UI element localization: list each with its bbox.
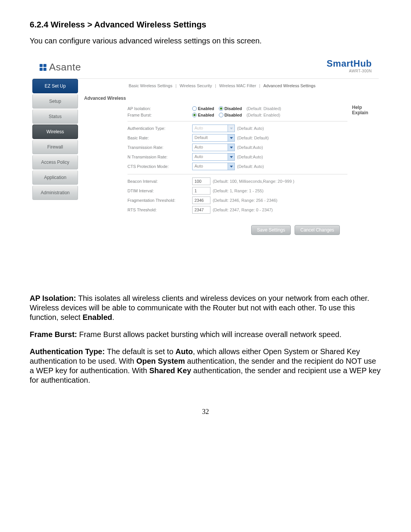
select-auth-type[interactable]: Auto bbox=[192, 125, 235, 132]
desc-fb-bold: Frame Burst: bbox=[30, 330, 79, 339]
label-dtim: DTIM Interval: bbox=[127, 189, 192, 193]
select-cts-mode[interactable]: Auto bbox=[192, 163, 235, 170]
help-title: Help bbox=[352, 105, 379, 110]
radio-label: Enabled bbox=[198, 113, 214, 117]
hint-auth-type: (Default: Auto) bbox=[237, 126, 264, 131]
row-frame-burst: Frame Burst: Enabled Disabled bbox=[127, 113, 347, 117]
label-cts-mode: CTS Protection Mode: bbox=[127, 164, 192, 169]
radio-icon bbox=[219, 106, 223, 111]
desc-auth-d: Open System bbox=[136, 357, 185, 365]
hint-dtim: (Default: 1, Range: 1 - 255) bbox=[213, 189, 263, 193]
chevron-down-icon bbox=[228, 163, 234, 170]
hint-tx-rate: (Default:Auto) bbox=[237, 145, 263, 150]
radio-icon bbox=[219, 113, 223, 117]
separator bbox=[127, 121, 347, 121]
select-n-tx-rate[interactable]: Auto bbox=[192, 153, 235, 161]
row-frag: Fragmentation Threshold: 2346 (Default: … bbox=[127, 197, 347, 204]
panel-section-title: Advanced Wireless bbox=[84, 96, 347, 101]
chevron-down-icon bbox=[228, 134, 234, 141]
desc-fb-text: Frame Burst allows packet bursting which… bbox=[79, 330, 341, 339]
select-basic-rate[interactable]: Default bbox=[192, 134, 235, 142]
row-basic-rate: Basic Rate: Default (Default: Default) bbox=[127, 134, 347, 142]
description-block: AP Isolation: This isolates all wireless… bbox=[30, 294, 381, 385]
label-beacon: Beacon Interval: bbox=[127, 179, 192, 184]
subnav-advanced[interactable]: Advanced Wireless Settings bbox=[262, 83, 317, 88]
hint-beacon: (Default: 100, Milliseconds,Range: 20~99… bbox=[213, 179, 294, 184]
row-ap-isolation: AP Isolation: Enabled Disabled bbox=[127, 106, 347, 111]
hint-basic-rate: (Default: Default) bbox=[237, 136, 269, 140]
input-rts[interactable]: 2347 bbox=[192, 206, 210, 214]
intro-text: You can configure various advanced wirel… bbox=[30, 37, 381, 45]
radio-ap-isolation-disabled[interactable]: Disabled bbox=[219, 106, 242, 111]
product-model: AWRT-300N bbox=[327, 69, 372, 73]
select-value: Auto bbox=[193, 163, 228, 170]
radio-frame-burst-enabled[interactable]: Enabled bbox=[192, 113, 214, 117]
desc-ap-text-a: This isolates all wireless clients and w… bbox=[30, 294, 369, 321]
chevron-down-icon bbox=[228, 153, 234, 160]
product-name: SmartHub bbox=[327, 58, 372, 69]
brand-logo-icon bbox=[39, 64, 47, 71]
select-value: Auto bbox=[193, 144, 228, 151]
cancel-button[interactable]: Cancel Changes bbox=[295, 225, 340, 235]
router-header: Asante SmartHub AWRT-300N bbox=[32, 56, 379, 78]
desc-auth-a: The default is set to bbox=[107, 347, 175, 356]
router-panel: Asante SmartHub AWRT-300N EZ Set Up Setu… bbox=[32, 56, 379, 244]
select-value: Auto bbox=[193, 125, 228, 132]
desc-ap-bold: AP Isolation: bbox=[30, 294, 78, 302]
desc-auth-b: Auto bbox=[175, 347, 193, 356]
sidebar-item-application[interactable]: Application bbox=[32, 170, 78, 185]
row-auth-type: Authentication Type: Auto (Default: Auto… bbox=[127, 125, 347, 132]
sidebar-item-ez-setup[interactable]: EZ Set Up bbox=[32, 79, 78, 93]
subnav-security[interactable]: Wireless Security bbox=[178, 83, 213, 88]
label-auth-type: Authentication Type: bbox=[127, 126, 192, 131]
radio-label: Enabled bbox=[198, 106, 214, 111]
subnav-sep: | bbox=[214, 83, 217, 88]
select-tx-rate[interactable]: Auto bbox=[192, 144, 235, 151]
save-button[interactable]: Save Settings bbox=[251, 225, 291, 235]
row-beacon: Beacon Interval: 100 (Default: 100, Mill… bbox=[127, 177, 347, 185]
section-heading: 6.2.4 Wireless > Advanced Wireless Setti… bbox=[30, 20, 381, 30]
radio-icon bbox=[192, 113, 197, 117]
desc-ap-enabled: Enabled bbox=[83, 313, 112, 321]
radio-ap-isolation-enabled[interactable]: Enabled bbox=[192, 106, 214, 111]
label-frag: Fragmentation Threshold: bbox=[127, 198, 192, 203]
radio-frame-burst-disabled[interactable]: Disabled bbox=[219, 113, 242, 117]
hint-cts-mode: (Default: Auto) bbox=[237, 164, 264, 169]
chevron-down-icon bbox=[228, 144, 234, 151]
label-n-tx-rate: N Transmission Rate: bbox=[127, 155, 192, 159]
sidebar-item-access-policy[interactable]: Access Policy bbox=[32, 155, 78, 169]
row-tx-rate: Transmission Rate: Auto (Default:Auto) bbox=[127, 144, 347, 151]
sidebar: EZ Set Up Setup Status Wireless Firewall… bbox=[32, 79, 78, 244]
sidebar-item-status[interactable]: Status bbox=[32, 109, 78, 124]
subnav: Basic Wireless Settings | Wireless Secur… bbox=[127, 83, 347, 88]
sidebar-item-administration[interactable]: Administration bbox=[32, 185, 78, 200]
desc-ap-text-c: . bbox=[112, 313, 115, 321]
subnav-basic[interactable]: Basic Wireless Settings bbox=[127, 83, 174, 88]
sidebar-item-wireless[interactable]: Wireless bbox=[32, 125, 78, 139]
brand-name: Asante bbox=[49, 61, 81, 73]
sidebar-item-setup[interactable]: Setup bbox=[32, 94, 78, 109]
chevron-down-icon bbox=[228, 125, 234, 132]
subnav-sep: | bbox=[175, 83, 177, 88]
row-rts: RTS Threshold: 2347 (Default: 2347, Rang… bbox=[127, 206, 347, 214]
row-cts-mode: CTS Protection Mode: Auto (Default: Auto… bbox=[127, 163, 347, 170]
label-basic-rate: Basic Rate: bbox=[127, 136, 192, 140]
input-frag[interactable]: 2346 bbox=[192, 197, 210, 204]
sidebar-item-firewall[interactable]: Firewall bbox=[32, 140, 78, 154]
hint-rts: (Default: 2347, Range: 0 - 2347) bbox=[213, 208, 273, 212]
radio-label: Disabled bbox=[225, 113, 242, 117]
row-dtim: DTIM Interval: 1 (Default: 1, Range: 1 -… bbox=[127, 187, 347, 195]
help-explain-link[interactable]: Explain bbox=[352, 110, 379, 115]
desc-auth-bold: Authentication Type: bbox=[30, 347, 107, 356]
subnav-mac-filter[interactable]: Wireless MAC Filter bbox=[218, 83, 257, 88]
input-beacon[interactable]: 100 bbox=[192, 177, 210, 185]
hint-frame-burst: (Default: Enabled) bbox=[247, 113, 280, 117]
label-frame-burst: Frame Burst: bbox=[127, 113, 192, 117]
separator bbox=[127, 174, 347, 174]
desc-auth-f: Shared Key bbox=[149, 366, 191, 375]
input-dtim[interactable]: 1 bbox=[192, 187, 210, 195]
select-value: Default bbox=[193, 134, 228, 141]
page-number: 32 bbox=[30, 408, 381, 416]
select-value: Auto bbox=[193, 153, 228, 160]
label-tx-rate: Transmission Rate: bbox=[127, 145, 192, 150]
